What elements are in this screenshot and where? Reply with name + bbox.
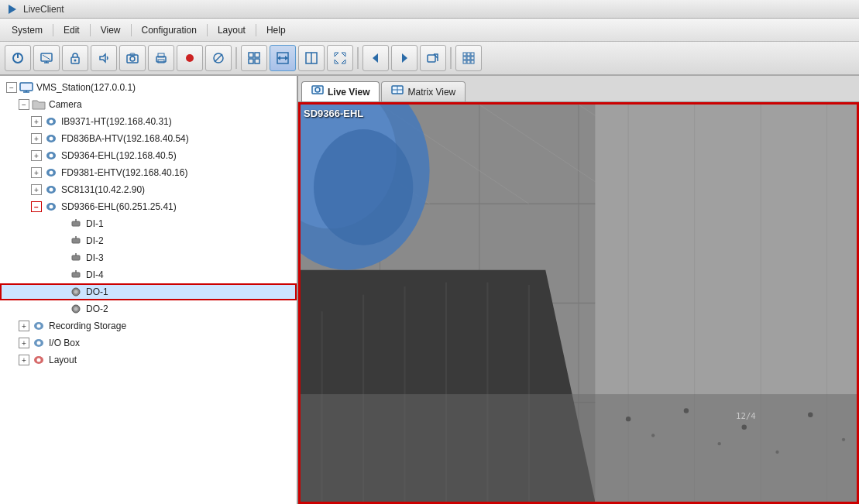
- svg-marker-34: [402, 53, 407, 63]
- tree-camera-folder[interactable]: − Camera: [0, 96, 297, 113]
- svg-point-78: [37, 358, 41, 362]
- back-button[interactable]: [362, 45, 389, 71]
- tab-live-view[interactable]: Live View: [301, 81, 380, 101]
- none-button[interactable]: [205, 45, 232, 71]
- tree-cam-sd9364[interactable]: + SD9364-EHL(192.168.40.5): [0, 147, 297, 164]
- fd836-expand-icon[interactable]: +: [31, 133, 42, 144]
- record-button[interactable]: [177, 45, 203, 71]
- root-expand-icon[interactable]: −: [6, 82, 17, 93]
- svg-point-121: [808, 413, 813, 417]
- tree-cam-fd836[interactable]: + FD836BA-HTV(192.168.40.54): [0, 130, 297, 147]
- svg-rect-37: [463, 53, 466, 56]
- svg-point-116: [651, 434, 655, 437]
- svg-rect-43: [463, 60, 466, 63]
- tree-cam-ib9371[interactable]: + IB9371-HT(192.168.40.31): [0, 113, 297, 130]
- do1-icon: [69, 285, 83, 299]
- svg-marker-31: [335, 60, 338, 63]
- io-expand-icon[interactable]: +: [19, 338, 29, 348]
- svg-point-120: [775, 451, 778, 454]
- tabs-bar: Live View Matrix View: [298, 76, 859, 102]
- power-button[interactable]: [5, 45, 31, 71]
- svg-point-52: [50, 137, 53, 141]
- menu-help[interactable]: Help: [258, 21, 294, 39]
- camera-expand-icon[interactable]: −: [19, 99, 29, 110]
- layout-quad-button[interactable]: [241, 45, 267, 71]
- svg-marker-9: [100, 54, 105, 62]
- tree-cam-sc8131[interactable]: + SC8131(10.42.2.90): [0, 181, 297, 198]
- di3-label: DI-3: [86, 252, 104, 263]
- tree-di3[interactable]: DI-3: [0, 249, 297, 266]
- lock-button[interactable]: [62, 45, 88, 71]
- live-view-tab-icon: [311, 85, 324, 98]
- cam-fd9381-label: FD9381-EHTV(192.168.40.16): [61, 167, 187, 178]
- camera-label: SD9366-EHL: [304, 108, 363, 119]
- svg-marker-30: [342, 53, 345, 57]
- layout-expand-icon[interactable]: +: [19, 355, 29, 365]
- sd9364-expand-icon[interactable]: +: [31, 150, 42, 161]
- monitor-button[interactable]: [33, 45, 60, 71]
- split-button[interactable]: [298, 45, 325, 71]
- tree-di1[interactable]: DI-1: [0, 215, 297, 232]
- stretch-button[interactable]: [270, 45, 296, 71]
- cam-ib9371-label: IB9371-HT(192.168.40.31): [61, 116, 172, 127]
- tree-cam-fd9381[interactable]: + FD9381-EHTV(192.168.40.16): [0, 164, 297, 181]
- tab-matrix-view-label: Matrix View: [407, 87, 455, 98]
- tree-root[interactable]: − VMS_Station(127.0.0.1): [0, 79, 297, 96]
- svg-line-18: [215, 54, 222, 62]
- menu-sep-4: [207, 24, 208, 36]
- ib9371-expand-icon[interactable]: +: [31, 116, 42, 127]
- right-panel: Live View Matrix View SD9366-EHL: [298, 76, 859, 504]
- cam-sd9366-icon: [44, 200, 58, 214]
- svg-rect-39: [471, 53, 474, 56]
- svg-point-122: [842, 438, 845, 441]
- svg-line-6: [43, 55, 50, 60]
- sc8131-expand-icon[interactable]: +: [31, 184, 42, 195]
- svg-rect-22: [255, 59, 259, 63]
- menu-edit[interactable]: Edit: [55, 21, 88, 39]
- tree-layout[interactable]: + Layout: [0, 351, 297, 369]
- cam-ib9371-icon: [44, 115, 58, 129]
- menu-system[interactable]: System: [3, 21, 51, 39]
- fd9381-expand-icon[interactable]: +: [31, 167, 42, 178]
- menu-configuration[interactable]: Configuration: [133, 21, 205, 39]
- multiview-button[interactable]: [455, 45, 482, 71]
- tree-recording-storage[interactable]: + Recording Storage: [0, 317, 297, 334]
- recording-expand-icon[interactable]: +: [19, 321, 29, 331]
- tree-di2[interactable]: DI-2: [0, 232, 297, 249]
- menu-sep-1: [53, 24, 53, 36]
- tree-do2[interactable]: DO-2: [0, 300, 297, 317]
- menu-layout[interactable]: Layout: [209, 21, 254, 39]
- svg-rect-63: [72, 238, 80, 243]
- detach-button[interactable]: [420, 45, 446, 71]
- svg-rect-21: [249, 59, 253, 63]
- svg-point-72: [74, 307, 78, 311]
- toolbar-sep-1: [235, 47, 237, 69]
- cam-fd9381-icon: [44, 166, 58, 180]
- print-button[interactable]: [148, 45, 174, 71]
- svg-rect-20: [255, 53, 259, 57]
- menubar: System Edit View Configuration Layout He…: [0, 19, 859, 42]
- monitor-icon: [19, 81, 33, 94]
- svg-point-76: [37, 341, 41, 345]
- di2-label: DI-2: [86, 235, 104, 246]
- menu-sep-5: [256, 24, 256, 36]
- forward-button[interactable]: [391, 45, 417, 71]
- di4-label: DI-4: [86, 269, 104, 280]
- matrix-view-tab-icon: [391, 85, 404, 98]
- tree-cam-sd9366[interactable]: − SD9366-EHL(60.251.25.41): [0, 198, 297, 215]
- fit-button[interactable]: [327, 45, 353, 71]
- snapshot-button[interactable]: [119, 45, 146, 71]
- svg-marker-33: [373, 53, 378, 63]
- tree-do1[interactable]: DO-1: [0, 283, 297, 300]
- sd9366-expand-icon[interactable]: −: [31, 201, 42, 212]
- volume-button[interactable]: [91, 45, 117, 71]
- svg-rect-40: [463, 57, 466, 60]
- camera-folder-label: Camera: [49, 99, 82, 110]
- cam-sd9364-icon: [44, 149, 58, 163]
- tab-matrix-view[interactable]: Matrix View: [381, 81, 466, 101]
- menu-view[interactable]: View: [92, 21, 129, 39]
- tree-io-box[interactable]: + I/O Box: [0, 334, 297, 351]
- svg-point-108: [314, 129, 413, 245]
- tree-di4[interactable]: DI-4: [0, 266, 297, 283]
- do1-placeholder: [56, 286, 67, 297]
